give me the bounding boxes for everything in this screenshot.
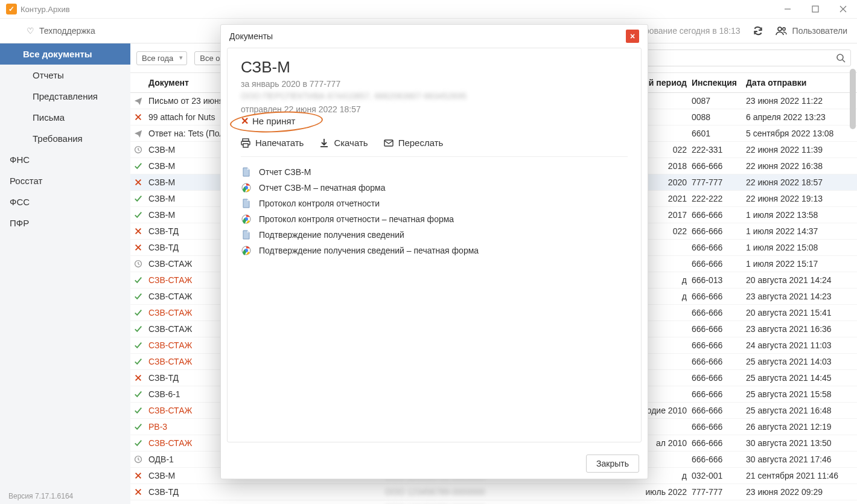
date-cell: 30 августа 2021 17:46 [746, 455, 849, 464]
document-modal: Документы × СЗВ-М за январь 2020 в 777-7… [220, 24, 648, 479]
sidebar-item-4[interactable]: Требования [0, 128, 130, 149]
users-link[interactable]: Пользователи [776, 26, 847, 36]
date-cell: 24 августа 2021 11:03 [746, 340, 849, 350]
modal-title: Документы [229, 31, 273, 41]
users-icon [776, 26, 788, 36]
modal-sent-label: отправлен 22 июня 2022 18:57 [241, 104, 628, 114]
inspection-cell: 666-666 [692, 259, 746, 269]
file-row[interactable]: Подтверждение получения сведений [241, 227, 628, 243]
table-row[interactable]: СЗВ-ТДООО 123456789-0000000666-66622 авг… [130, 500, 857, 504]
file-row[interactable]: Подтверждение получения сведений – печат… [241, 243, 628, 258]
date-cell: 22 июня 2022 16:38 [746, 161, 849, 171]
window-maximize-button[interactable] [801, 0, 829, 18]
file-icon [241, 198, 252, 209]
sidebar-item-0[interactable]: Все документы [0, 43, 130, 65]
status-icon [134, 211, 142, 219]
sidebar-item-6[interactable]: Росстат [0, 170, 130, 191]
print-label: Напечатать [255, 138, 304, 148]
status-icon [134, 243, 142, 252]
table-row[interactable]: СЗВ-ТДООО 123456789-0000000июль 2022777-… [130, 484, 857, 500]
inspection-cell: 6601 [692, 129, 746, 138]
forward-action[interactable]: Переслать [384, 138, 444, 148]
date-cell: 1 июля 2022 13:58 [746, 210, 849, 220]
file-label: Отчет СЗВ-М [259, 167, 311, 177]
status-icon [134, 374, 142, 382]
date-cell: 20 августа 2021 14:24 [746, 275, 849, 285]
sidebar-item-7[interactable]: ФСС [0, 191, 130, 212]
status-icon [134, 227, 142, 235]
print-icon [241, 138, 250, 148]
date-cell: 5 сентября 2022 13:08 [746, 129, 849, 138]
inspection-cell: 0088 [692, 112, 746, 122]
date-cell: 22 июня 2022 19:13 [746, 194, 849, 203]
status-icon [134, 471, 142, 480]
search-input[interactable] [635, 49, 851, 66]
date-cell: 25 августа 2021 14:03 [746, 357, 849, 366]
inspection-cell: 777-777 [692, 487, 746, 497]
date-cell: 26 августа 2021 12:19 [746, 422, 849, 432]
file-label: Протокол контроля отчетности [259, 199, 380, 208]
inspection-cell: 032-001 [692, 471, 746, 480]
version-label: Версия 7.17.1.6164 [0, 487, 130, 504]
year-select-label: Все года [142, 54, 173, 63]
date-cell: 22 июня 2022 11:39 [746, 145, 849, 155]
date-cell: 23 августа 2021 14:23 [746, 292, 849, 301]
download-action[interactable]: Скачать [319, 138, 368, 148]
file-row[interactable]: Отчет СЗВ-М – печатная форма [241, 180, 628, 196]
doc-name: СЗВ-ТД [146, 487, 385, 497]
file-icon [241, 167, 252, 177]
inspection-cell: 666-666 [692, 340, 746, 350]
status-icon [134, 357, 142, 366]
file-label: Отчет СЗВ-М – печатная форма [259, 183, 385, 193]
modal-footer-close-button[interactable]: Закрыть [586, 455, 639, 473]
modal-close-button[interactable]: × [626, 30, 639, 43]
sidebar-item-1[interactable]: Отчеты [0, 65, 130, 86]
file-row[interactable]: Протокол контроля отчетности [241, 196, 628, 211]
status-icon [134, 325, 142, 333]
inspection-cell: 666-666 [692, 357, 746, 366]
period-cell: июль 2022 [566, 487, 692, 497]
status-icon [134, 113, 142, 121]
inspection-cell: 666-666 [692, 373, 746, 383]
file-icon [241, 229, 252, 240]
col-date[interactable]: Дата отправки [746, 78, 849, 88]
status-icon [134, 341, 142, 349]
modal-org-blur: ООО ПЕРСПЕКТИВА 674410857, 6662063807-66… [241, 91, 628, 101]
modal-status-text: Не принят [252, 116, 295, 126]
search-icon [836, 53, 846, 63]
file-row[interactable]: Отчет СЗВ-М [241, 164, 628, 180]
org-cell: ООО 123456789-0000000 [385, 487, 566, 497]
col-inspection[interactable]: Инспекция [692, 78, 746, 88]
file-label: Подтверждение получения сведений – печат… [259, 246, 479, 255]
scrollbar[interactable] [850, 69, 856, 129]
refresh-button[interactable] [753, 25, 763, 36]
inspection-cell: 666-666 [692, 422, 746, 432]
status-icon [134, 276, 142, 284]
print-action[interactable]: Напечатать [241, 138, 304, 148]
sidebar-item-3[interactable]: Письма [0, 107, 130, 128]
inspection-cell: 222-331 [692, 145, 746, 155]
sidebar-item-5[interactable]: ФНС [0, 149, 130, 170]
file-icon [241, 245, 252, 256]
date-cell: 30 августа 2021 13:50 [746, 438, 849, 448]
year-select[interactable]: Все года [136, 51, 187, 65]
sidebar-item-8[interactable]: ПФР [0, 212, 130, 234]
window-minimize-button[interactable] [774, 0, 801, 18]
inspection-cell: 666-666 [692, 455, 746, 464]
status-icon [134, 488, 142, 496]
status-icon [134, 178, 142, 187]
support-link[interactable]: Техподдержка [39, 26, 95, 36]
download-icon [319, 138, 329, 148]
x-icon: ✕ [241, 115, 249, 127]
date-cell: 6 апреля 2022 13:23 [746, 112, 849, 122]
inspection-cell: 666-666 [692, 438, 746, 448]
file-label: Протокол контроля отчетности – печатная … [259, 214, 454, 224]
sidebar-item-2[interactable]: Представления [0, 86, 130, 107]
file-row[interactable]: Протокол контроля отчетности – печатная … [241, 211, 628, 227]
status-icon [134, 439, 142, 447]
date-cell: 23 августа 2021 16:36 [746, 324, 849, 334]
status-icon [134, 390, 142, 398]
window-close-button[interactable] [829, 0, 857, 18]
inspection-cell: 666-666 [692, 324, 746, 334]
file-icon [241, 182, 252, 193]
